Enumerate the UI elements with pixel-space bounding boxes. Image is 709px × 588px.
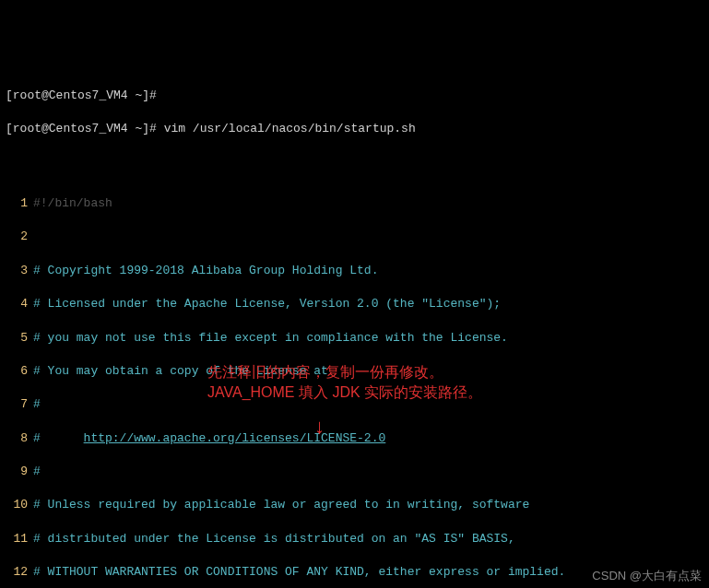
code-line-3: 3# Copyright 1999-2018 Alibaba Group Hol… [6, 263, 703, 279]
code-line-1: 1#!/bin/bash [6, 195, 703, 212]
code-line-10: 10# Unless required by applicable law or… [6, 497, 703, 513]
watermark-label: CSDN @大白有点菜 [592, 568, 702, 584]
code-line-4: 4# Licensed under the Apache License, Ve… [6, 296, 703, 312]
prompt-line-2: [root@Centos7_VM4 ~]# vim /usr/local/nac… [6, 121, 703, 137]
code-line-2: 2 [6, 229, 703, 245]
annotation-text: 先注释旧的内容，复制一份再修改。 JAVA_HOME 填入 JDK 实际的安装路… [207, 362, 482, 404]
code-line-11: 11# distributed under the License is dis… [6, 531, 703, 547]
prompt-line-1: [root@Centos7_VM4 ~]# [6, 88, 703, 104]
code-line-5: 5# you may not use this file except in c… [6, 330, 703, 347]
terminal-area[interactable]: [root@Centos7_VM4 ~]# [root@Centos7_VM4 … [0, 67, 709, 588]
code-line-9: 9# [6, 464, 703, 480]
code-line-8: 8# http://www.apache.org/licenses/LICENS… [6, 430, 703, 447]
arrow-down-icon: ↓ [313, 415, 325, 443]
